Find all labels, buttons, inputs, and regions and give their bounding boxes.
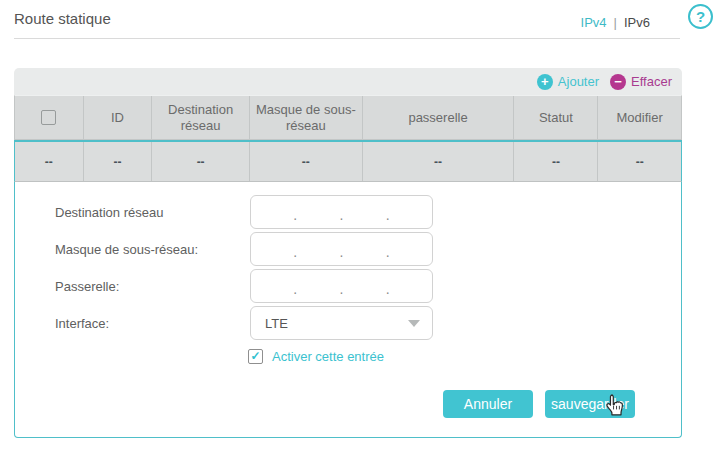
ip-octet-2[interactable]	[297, 233, 339, 265]
chevron-down-icon	[408, 320, 420, 327]
table-row[interactable]: -- -- -- -- -- -- --	[14, 140, 682, 182]
ip-dot: .	[293, 244, 297, 260]
tab-ipv6[interactable]: IPv6	[624, 15, 650, 30]
column-header-id: ID	[84, 96, 153, 139]
ip-octet-3[interactable]	[343, 270, 385, 302]
ip-octet-1[interactable]	[251, 270, 293, 302]
subnet-mask-row: Masque de sous-réseau: . . .	[55, 232, 681, 266]
form-actions: Annuler sauvegarder	[55, 390, 681, 418]
minus-icon: −	[610, 74, 626, 90]
add-route-label: Ajouter	[558, 74, 599, 89]
ip-octet-2[interactable]	[297, 196, 339, 228]
row-cell-select: --	[15, 142, 84, 181]
column-header-subnet-mask: Masque de sous-réseau	[250, 96, 363, 139]
question-mark-glyph: ?	[696, 8, 705, 25]
row-cell-gateway: --	[363, 142, 515, 181]
ip-octet-4[interactable]	[390, 270, 432, 302]
title-divider	[14, 38, 680, 39]
ip-octet-3[interactable]	[343, 196, 385, 228]
table-toolbar: + Ajouter − Effacer	[14, 68, 682, 95]
row-cell-destination: --	[152, 142, 250, 181]
ip-dot: .	[386, 207, 390, 223]
ip-octet-4[interactable]	[390, 196, 432, 228]
enable-entry-label: Activer cette entrée	[272, 349, 384, 364]
subnet-mask-label: Masque de sous-réseau:	[55, 242, 250, 257]
subnet-mask-input[interactable]: . . .	[250, 232, 433, 266]
static-route-panel: + Ajouter − Effacer ID Destination résea…	[14, 68, 682, 438]
interface-label: Interface:	[55, 316, 250, 331]
ip-octet-1[interactable]	[251, 196, 293, 228]
ip-octet-2[interactable]	[297, 270, 339, 302]
column-header-destination: Destination réseau	[152, 96, 250, 139]
gateway-input[interactable]: . . .	[250, 269, 433, 303]
ip-octet-1[interactable]	[251, 233, 293, 265]
row-cell-id: --	[84, 142, 153, 181]
ip-dot: .	[293, 207, 297, 223]
delete-route-label: Effacer	[631, 74, 672, 89]
column-header-gateway: passerelle	[363, 96, 515, 139]
destination-network-row: Destination réseau . . .	[55, 195, 681, 229]
protocol-separator: |	[614, 15, 617, 30]
select-all-cell	[15, 96, 84, 139]
protocol-switcher: IPv4 | IPv6	[581, 15, 650, 30]
destination-network-input[interactable]: . . .	[250, 195, 433, 229]
cancel-button[interactable]: Annuler	[443, 390, 533, 418]
gateway-row: Passerelle: . . .	[55, 269, 681, 303]
interface-selected-value: LTE	[265, 316, 288, 331]
ip-octet-4[interactable]	[390, 233, 432, 265]
ip-dot: .	[340, 207, 344, 223]
row-cell-modify: --	[598, 142, 681, 181]
destination-network-label: Destination réseau	[55, 205, 250, 220]
ip-dot: .	[293, 281, 297, 297]
row-cell-status: --	[514, 142, 598, 181]
ip-dot: .	[386, 244, 390, 260]
ip-dot: .	[386, 281, 390, 297]
gateway-label: Passerelle:	[55, 279, 250, 294]
add-route-button[interactable]: + Ajouter	[537, 74, 599, 90]
ip-octet-3[interactable]	[343, 233, 385, 265]
enable-entry-checkbox[interactable]: ✓	[248, 349, 263, 364]
interface-select[interactable]: LTE	[250, 306, 433, 340]
row-cell-subnet-mask: --	[250, 142, 363, 181]
ip-dot: .	[340, 281, 344, 297]
help-icon[interactable]: ?	[688, 4, 713, 29]
save-button[interactable]: sauvegarder	[545, 390, 635, 418]
column-header-status: Statut	[514, 96, 598, 139]
column-header-modify: Modifier	[598, 96, 681, 139]
tab-ipv4[interactable]: IPv4	[581, 15, 607, 30]
route-statique-page: Route statique IPv4 | IPv6 ? + Ajouter −…	[0, 0, 720, 453]
select-all-checkbox[interactable]	[41, 110, 56, 125]
enable-entry-row: ✓ Activer cette entrée	[248, 348, 681, 364]
plus-icon: +	[537, 74, 553, 90]
page-title: Route statique	[14, 10, 111, 27]
interface-row: Interface: LTE	[55, 306, 681, 340]
ip-dot: .	[340, 244, 344, 260]
checkmark-icon: ✓	[250, 350, 260, 362]
delete-route-button[interactable]: − Effacer	[610, 74, 672, 90]
table-header-row: ID Destination réseau Masque de sous-rés…	[14, 95, 682, 140]
route-edit-form: Destination réseau . . . Masque de sous-…	[14, 182, 682, 438]
